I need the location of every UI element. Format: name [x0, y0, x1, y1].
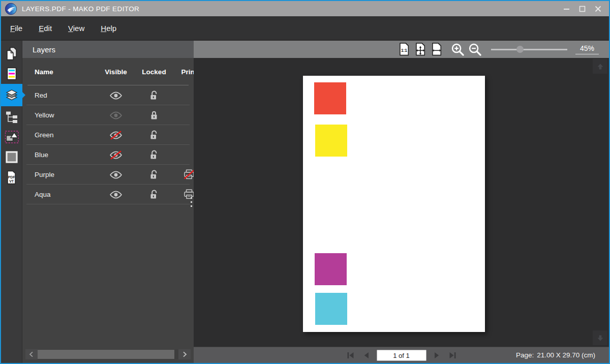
next-page-icon	[433, 351, 440, 359]
page-object-yellow[interactable]	[315, 125, 347, 157]
layers-panel-title: Layers	[22, 41, 194, 58]
last-page-button[interactable]	[447, 350, 458, 360]
menu-help[interactable]: Help	[93, 22, 125, 35]
eye-hidden-icon	[109, 150, 123, 160]
document-canvas[interactable]	[194, 58, 609, 347]
svg-text:1:1: 1:1	[401, 49, 407, 53]
layer-row-blue[interactable]: Blue	[22, 145, 194, 165]
first-page-button[interactable]	[345, 350, 355, 360]
lock-toggle[interactable]	[136, 189, 172, 200]
first-page-icon	[346, 351, 354, 359]
svg-text:VT: VT	[9, 179, 14, 183]
scrollbar-thumb[interactable]	[38, 350, 174, 359]
shapes-icon	[5, 130, 19, 144]
svg-text:PDF: PDF	[8, 175, 15, 179]
page-size-value: 21.00 X 29.70 (cm)	[537, 351, 595, 359]
pdf-page[interactable]	[303, 76, 485, 332]
eye-icon	[109, 91, 123, 100]
page-size-label: Page:	[516, 351, 534, 359]
sidebar-item-shapes[interactable]	[1, 127, 22, 147]
layer-row-purple[interactable]: Purple	[22, 165, 194, 185]
lock-toggle[interactable]	[136, 130, 172, 140]
lock-toggle[interactable]	[136, 90, 172, 101]
zoom-slider[interactable]	[491, 45, 567, 53]
viewer-toolbar: 1:1	[194, 41, 609, 58]
lock-toggle[interactable]	[136, 110, 172, 120]
titlebar: LAYERS.PDF - MAKO PDF EDITOR	[1, 1, 609, 16]
fit-width-icon	[431, 42, 442, 56]
page-navigation: 1 of 1	[345, 350, 458, 360]
last-page-icon	[448, 351, 456, 359]
layers-column-headers: Name Visible Locked Print	[22, 58, 194, 85]
menu-edit[interactable]: Edit	[30, 22, 60, 35]
page-object-aqua[interactable]	[315, 293, 347, 325]
viewer-area: 1:1	[194, 41, 609, 363]
layer-row-aqua[interactable]: Aqua	[22, 185, 194, 204]
layers-panel: Layers Name Visible Locked Print Red	[22, 41, 194, 363]
zoom-slider-track[interactable]	[491, 49, 567, 50]
layer-row-green[interactable]: Green	[22, 125, 194, 145]
fit-page-icon	[415, 42, 426, 56]
scroll-right-button[interactable]	[178, 349, 191, 359]
scrollbar-track[interactable]	[38, 349, 178, 359]
zoom-percent-field[interactable]: 45%	[575, 44, 599, 54]
canvas-scroll-up-button[interactable]	[593, 59, 607, 74]
visibility-toggle[interactable]	[96, 131, 136, 140]
actual-size-button[interactable]: 1:1	[399, 42, 410, 56]
lock-toggle[interactable]	[136, 149, 172, 160]
arrow-up-icon	[596, 63, 604, 71]
layer-row-red[interactable]: Red	[22, 85, 194, 105]
minimize-button[interactable]	[562, 5, 570, 13]
arrow-down-icon	[596, 334, 604, 342]
pages-icon	[5, 46, 19, 60]
sidebar-item-structure[interactable]	[1, 106, 22, 127]
next-page-button[interactable]	[432, 350, 442, 360]
lock-open-icon	[149, 130, 159, 140]
layers-horizontal-scrollbar	[25, 349, 191, 359]
sidebar-item-inks[interactable]	[1, 64, 22, 84]
layer-name: Blue	[35, 151, 96, 159]
menu-file[interactable]: File	[2, 22, 30, 35]
zoom-in-button[interactable]	[451, 43, 465, 56]
fit-page-button[interactable]	[415, 42, 426, 56]
zoom-slider-thumb[interactable]	[516, 46, 524, 53]
lock-toggle[interactable]	[136, 169, 172, 180]
visibility-toggle[interactable]	[96, 150, 136, 160]
arrow-left-icon	[28, 351, 35, 357]
sidebar-item-pdfvt[interactable]: PDF VT	[1, 167, 22, 188]
eye-icon	[109, 190, 123, 199]
sidebar-item-pages[interactable]	[1, 43, 22, 64]
window-title: LAYERS.PDF - MAKO PDF EDITOR	[22, 5, 139, 13]
lock-open-icon	[149, 149, 159, 160]
layer-name: Red	[35, 92, 96, 99]
canvas-scroll-down-button[interactable]	[593, 330, 607, 345]
sidebar-item-boxes[interactable]	[1, 147, 22, 167]
page-object-red[interactable]	[314, 82, 346, 114]
scroll-left-button[interactable]	[25, 349, 38, 359]
page-indicator-field[interactable]: 1 of 1	[377, 350, 426, 360]
pdfvt-icon: PDF VT	[5, 170, 19, 185]
layer-row-yellow[interactable]: Yellow	[22, 105, 194, 125]
visibility-toggle[interactable]	[96, 111, 136, 120]
fit-width-button[interactable]	[431, 42, 442, 56]
visibility-toggle[interactable]	[96, 190, 136, 199]
lock-open-icon	[149, 189, 159, 200]
lock-open-icon	[149, 169, 159, 180]
column-header-name: Name	[35, 68, 96, 76]
panel-resize-handle[interactable]	[190, 196, 193, 208]
page-box-icon	[5, 150, 19, 164]
lock-open-icon	[149, 90, 159, 101]
visibility-toggle[interactable]	[96, 170, 136, 179]
previous-page-button[interactable]	[361, 350, 371, 360]
zoom-out-button[interactable]	[468, 43, 482, 56]
maximize-button[interactable]	[578, 5, 586, 13]
menubar: File Edit View Help	[1, 16, 609, 40]
eye-icon	[109, 170, 123, 179]
menu-view[interactable]: View	[60, 22, 93, 35]
page-object-purple[interactable]	[315, 253, 347, 285]
previous-page-icon	[362, 351, 370, 359]
close-button[interactable]	[594, 5, 602, 13]
visibility-toggle[interactable]	[96, 91, 136, 100]
zoom-in-icon	[451, 43, 465, 56]
sidebar-item-layers[interactable]	[1, 84, 22, 106]
